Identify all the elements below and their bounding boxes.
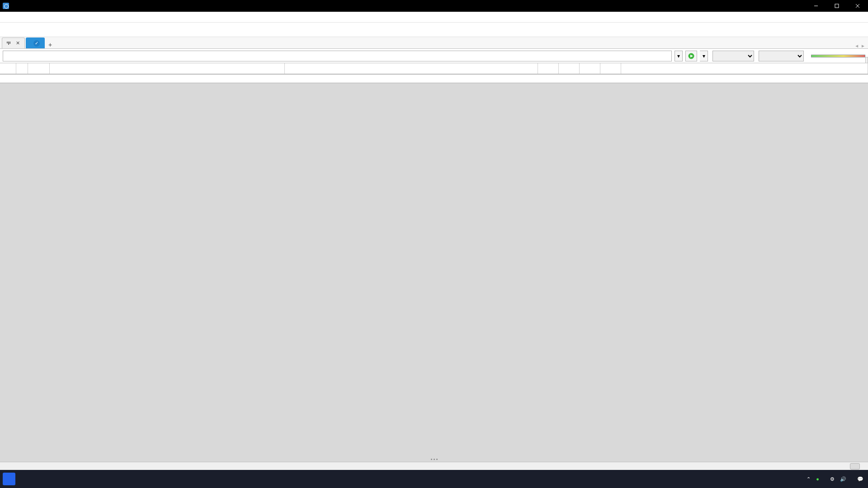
- minimize-button[interactable]: [806, 0, 826, 12]
- taskbar-app-icon[interactable]: [3, 473, 15, 485]
- target-tabs: ✕ ✓ + ◄ ►: [0, 37, 868, 49]
- col-avg[interactable]: [538, 63, 559, 74]
- col-ip[interactable]: [50, 63, 285, 74]
- upgrade-banner: [0, 23, 868, 37]
- grid-header: [0, 63, 868, 74]
- check-icon: ✓: [33, 40, 40, 47]
- tab-active-target[interactable]: ✓: [26, 38, 45, 48]
- windows-taskbar: ⌃ ● ⚙ 🔊 💬: [0, 470, 868, 488]
- toolbar: ▾ ▾: [0, 49, 868, 63]
- horizontal-scrollbar[interactable]: [0, 462, 868, 470]
- tray-temp[interactable]: ●: [816, 476, 819, 482]
- alerts-panel-tab[interactable]: [865, 57, 868, 63]
- add-tab-button[interactable]: +: [46, 41, 55, 48]
- col-count[interactable]: [28, 63, 50, 74]
- focus-select[interactable]: [759, 51, 804, 61]
- tab-prev-icon[interactable]: ◄: [854, 43, 859, 48]
- splitter[interactable]: [0, 456, 868, 462]
- address-dropdown[interactable]: ▾: [675, 51, 683, 61]
- col-name[interactable]: [285, 63, 538, 74]
- maximize-button[interactable]: [826, 0, 847, 12]
- latency-scale: [811, 55, 865, 57]
- col-pl[interactable]: [600, 63, 621, 74]
- tray-wifi-icon[interactable]: ⚙: [830, 476, 835, 482]
- tray-volume-icon[interactable]: 🔊: [840, 476, 846, 482]
- col-min[interactable]: [559, 63, 580, 74]
- tab-all-targets[interactable]: ✕: [2, 38, 25, 48]
- start-trace-button[interactable]: [685, 51, 697, 61]
- col-latency[interactable]: [621, 63, 868, 74]
- svg-rect-1: [835, 4, 839, 8]
- col-hop[interactable]: [0, 63, 16, 74]
- col-cur[interactable]: [580, 63, 600, 74]
- tray-notifications-icon[interactable]: 💬: [857, 476, 863, 482]
- hop-grid: [0, 63, 868, 83]
- close-icon[interactable]: ✕: [16, 40, 20, 46]
- tab-next-icon[interactable]: ►: [861, 43, 865, 48]
- app-icon: [3, 3, 9, 9]
- menubar: [0, 12, 868, 23]
- close-button[interactable]: [847, 0, 868, 12]
- titlebar: [0, 0, 868, 12]
- summary-row: [0, 74, 868, 83]
- start-dropdown[interactable]: ▾: [700, 51, 708, 61]
- tray-chevron-icon[interactable]: ⌃: [807, 476, 811, 482]
- target-address-input[interactable]: [3, 51, 672, 61]
- grid-empty-area: [0, 83, 868, 456]
- interval-select[interactable]: [712, 51, 754, 61]
